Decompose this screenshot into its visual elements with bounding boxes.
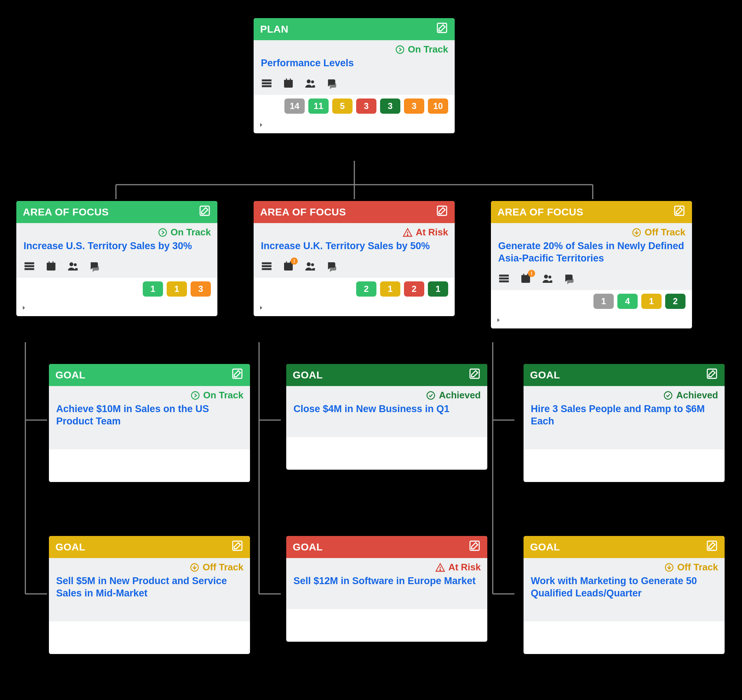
svg-rect-31 — [47, 263, 56, 264]
svg-point-105 — [549, 276, 551, 278]
comments-icon[interactable] — [563, 273, 575, 284]
expand-toggle[interactable] — [16, 303, 217, 316]
count-chip[interactable]: 1 — [641, 294, 662, 309]
people-icon[interactable] — [304, 78, 316, 89]
comments-icon[interactable] — [326, 260, 338, 272]
edit-icon[interactable] — [673, 204, 686, 219]
svg-rect-27 — [25, 262, 34, 264]
svg-rect-103 — [527, 274, 528, 276]
status-label: Off Track — [677, 562, 718, 573]
card-title[interactable]: Close $4M in New Business in Q1 — [286, 403, 487, 421]
status-badge: Off Track — [491, 223, 692, 240]
plan-toolbar — [253, 75, 455, 95]
edit-icon[interactable] — [231, 368, 243, 382]
card-title[interactable]: Increase U.S. Territory Sales by 30% — [16, 240, 217, 257]
server-icon[interactable] — [498, 273, 510, 284]
status-label: At Risk — [415, 227, 448, 238]
aof-card: AREA OF FOCUS On Track Increase U.S. Ter… — [16, 201, 217, 316]
edit-icon[interactable] — [231, 540, 243, 554]
svg-point-69 — [307, 262, 311, 266]
comments-icon[interactable] — [89, 260, 100, 272]
status-badge: Off Track — [524, 558, 724, 575]
status-badge: At Risk — [286, 558, 487, 575]
count-chip[interactable]: 10 — [428, 99, 448, 114]
card-title[interactable]: Sell $12M in Software in Europe Market — [286, 575, 487, 593]
count-chips: 1412 — [491, 290, 692, 315]
count-chip[interactable]: 2 — [404, 281, 424, 297]
count-chip[interactable]: 2 — [665, 294, 686, 309]
expand-toggle[interactable] — [253, 120, 455, 133]
goal-card: GOAL Achieved Close $4M in New Business … — [286, 364, 487, 470]
edit-icon[interactable] — [199, 204, 211, 219]
goal-card: GOAL Off Track Sell $5M in New Product a… — [49, 536, 250, 654]
expand-toggle[interactable] — [253, 303, 455, 316]
count-chip[interactable]: 1 — [380, 281, 400, 297]
card-title[interactable]: Hire 3 Sales People and Ramp to $6M Each — [524, 403, 724, 433]
svg-point-15 — [396, 46, 403, 53]
count-chip[interactable]: 5 — [332, 99, 352, 114]
people-icon[interactable] — [304, 260, 316, 272]
card-title[interactable]: Achieve $10M in Sales on the US Product … — [49, 403, 250, 433]
card-type-label: AREA OF FOCUS — [260, 206, 346, 218]
card-toolbar — [49, 433, 250, 449]
count-chip[interactable]: 2 — [356, 281, 377, 297]
calendar-icon[interactable] — [520, 273, 531, 284]
server-icon[interactable] — [261, 260, 272, 272]
card-title[interactable]: Performance Levels — [253, 57, 455, 75]
svg-point-35 — [74, 263, 77, 266]
aof-header: AREA OF FOCUS — [253, 201, 455, 223]
status-badge: Off Track — [49, 558, 250, 575]
card-title[interactable]: Work with Marketing to Generate 50 Quali… — [524, 575, 724, 605]
edit-icon[interactable] — [436, 204, 448, 219]
goal-card: GOAL On Track Achieve $10M in Sales on t… — [49, 364, 250, 482]
card-title[interactable]: Sell $5M in New Product and Service Sale… — [49, 575, 250, 605]
card-toolbar — [286, 421, 487, 437]
status-badge: On Track — [253, 40, 455, 57]
svg-rect-101 — [521, 275, 530, 276]
svg-point-34 — [69, 262, 74, 266]
svg-point-104 — [544, 275, 548, 278]
edit-icon[interactable] — [436, 22, 448, 37]
count-chips: 113 — [16, 278, 217, 303]
count-chips: 2121 — [253, 278, 455, 303]
calendar-icon[interactable] — [45, 260, 57, 272]
svg-rect-28 — [25, 265, 34, 267]
card-title[interactable]: Generate 20% of Sales in Newly Defined A… — [491, 240, 692, 270]
edit-icon[interactable] — [706, 368, 718, 382]
goal-card: GOAL Off Track Work with Marketing to Ge… — [524, 536, 724, 654]
server-icon[interactable] — [24, 260, 35, 272]
plan-card: PLAN On Track Performance Levels 1411533… — [253, 18, 455, 133]
server-icon[interactable] — [261, 78, 272, 89]
count-chip[interactable]: 3 — [404, 99, 424, 114]
count-chip[interactable]: 1 — [428, 281, 448, 297]
count-chip[interactable]: 4 — [617, 294, 637, 309]
count-chip[interactable]: 3 — [356, 99, 377, 114]
count-chip[interactable]: 11 — [308, 99, 328, 114]
svg-rect-22 — [290, 78, 291, 81]
status-label: On Track — [408, 44, 448, 55]
comments-icon[interactable] — [326, 78, 338, 89]
card-toolbar — [491, 270, 692, 290]
expand-toggle[interactable] — [491, 315, 692, 328]
edit-icon[interactable] — [468, 368, 481, 382]
card-type-label: AREA OF FOCUS — [498, 206, 583, 218]
count-chip[interactable]: 14 — [284, 99, 305, 114]
svg-point-72 — [427, 391, 435, 399]
card-footer — [524, 621, 724, 654]
svg-rect-18 — [262, 85, 272, 87]
count-chip[interactable]: 1 — [167, 281, 187, 297]
svg-point-37 — [191, 391, 199, 399]
edit-icon[interactable] — [468, 540, 481, 554]
count-chip[interactable]: 3 — [380, 99, 400, 114]
card-type-label: GOAL — [530, 541, 560, 553]
count-chip[interactable]: 3 — [191, 281, 211, 297]
card-title[interactable]: Increase U.K. Territory Sales by 50% — [253, 240, 455, 257]
count-chip[interactable]: 1 — [143, 281, 163, 297]
people-icon[interactable] — [542, 273, 553, 284]
people-icon[interactable] — [67, 260, 79, 272]
card-type-label: GOAL — [56, 541, 85, 553]
calendar-icon[interactable] — [283, 78, 294, 89]
edit-icon[interactable] — [706, 540, 718, 554]
calendar-icon[interactable] — [283, 260, 294, 272]
count-chip[interactable]: 1 — [593, 294, 614, 309]
